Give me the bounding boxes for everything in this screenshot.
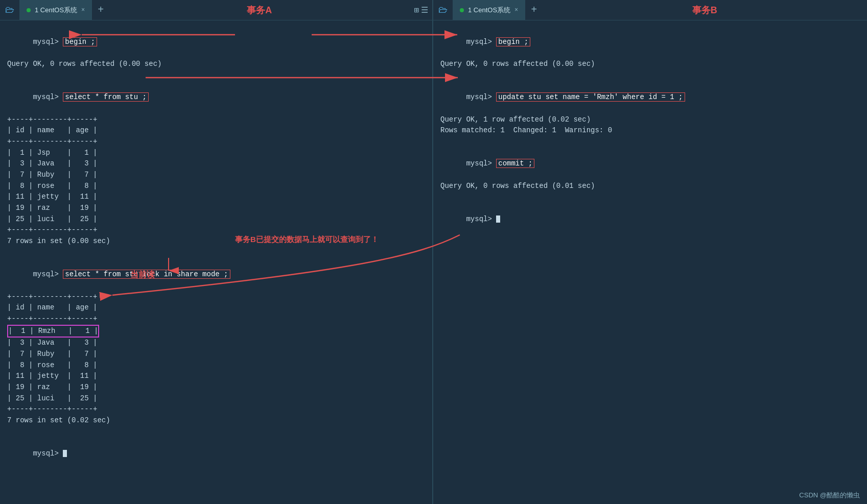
- left-folder-icon[interactable]: 🗁: [0, 5, 19, 15]
- right-prompt-1: mysql>: [466, 38, 496, 46]
- left-begin-cmd: begin ;: [63, 37, 97, 46]
- table1-row: +----+--------+-----+: [7, 114, 425, 126]
- current-read-annotation: 当前读: [130, 270, 155, 280]
- table2-row: | 3 | Java | 3 |: [7, 338, 425, 349]
- table1-row: | 25 | luci | 25 |: [7, 214, 425, 225]
- right-prompt-2: mysql>: [466, 93, 496, 101]
- right-update-cmd: update stu set name = 'Rmzh' where id = …: [496, 92, 685, 102]
- table2-row: +----+--------+-----+: [7, 404, 425, 415]
- right-tab[interactable]: 1 CentOS系统 ×: [453, 0, 526, 20]
- right-begin-result: Query OK, 0 rows affected (0.00 sec): [440, 59, 860, 70]
- tab-bar-right: 🗁 1 CentOS系统 × + 事务B: [433, 0, 867, 20]
- right-tab-close[interactable]: ×: [514, 7, 518, 14]
- right-tab-dot: [460, 8, 464, 12]
- left-table2: +----+--------+-----+| id | name | age |…: [7, 292, 425, 416]
- table1-row: | 7 | Ruby | 7 |: [7, 170, 425, 181]
- table1-row: +----+--------+-----+: [7, 225, 425, 236]
- table1-row: | 19 | raz | 19 |: [7, 203, 425, 214]
- left-terminal-panel[interactable]: mysql> begin ; Query OK, 0 rows affected…: [0, 20, 433, 504]
- left-prompt-2: mysql>: [33, 93, 63, 101]
- left-select-lock-line: mysql> select * from stu lock in share m…: [7, 258, 425, 291]
- right-commit-line: mysql> commit ;: [440, 148, 860, 181]
- left-prompt-3: mysql>: [33, 270, 63, 278]
- table2-row: | 7 | Ruby | 7 |: [7, 349, 425, 360]
- right-begin-line: mysql> begin ;: [440, 26, 860, 59]
- right-tab-add[interactable]: +: [526, 4, 542, 16]
- tab-bar: 🗁 1 CentOS系统 × + 事务A ⊞ ☰ 🗁 1 CentOS系统 × …: [0, 0, 867, 20]
- right-section-title: 事务B: [542, 4, 867, 16]
- left-final-prompt: mysql>: [33, 449, 63, 458]
- left-table1: +----+--------+-----+| id | name | age |…: [7, 114, 425, 236]
- table2-row: | 11 | jetty | 11 |: [7, 371, 425, 382]
- tab-grid-icons: ⊞ ☰: [410, 5, 432, 15]
- left-begin-line: mysql> begin ;: [7, 26, 425, 59]
- table1-row: | 8 | rose | 8 |: [7, 181, 425, 192]
- left-rowcount2: 7 rows in set (0.02 sec): [7, 415, 425, 426]
- left-cursor: [63, 450, 67, 457]
- right-last-prompt: mysql>: [440, 203, 860, 236]
- left-prompt-1: mysql>: [33, 38, 63, 46]
- right-update-result1: Query OK, 1 row affected (0.02 sec): [440, 114, 860, 126]
- commit-note-annotation: 事务B已提交的数据马上就可以查询到了！: [235, 235, 379, 245]
- right-prompt-3: mysql>: [466, 159, 496, 167]
- table1-row: | 1 | Jsp | 1 |: [7, 148, 425, 159]
- right-folder-icon[interactable]: 🗁: [433, 5, 453, 15]
- tab-bar-left: 🗁 1 CentOS系统 × + 事务A ⊞ ☰: [0, 0, 433, 20]
- left-tab[interactable]: 1 CentOS系统 ×: [19, 0, 92, 20]
- left-begin-result: Query OK, 0 rows affected (0.00 sec): [7, 59, 425, 70]
- right-final-prompt: mysql>: [466, 215, 496, 223]
- left-tab-dot: [27, 8, 31, 12]
- table2-row: | 8 | rose | 8 |: [7, 360, 425, 371]
- right-terminal-panel[interactable]: mysql> begin ; Query OK, 0 rows affected…: [433, 20, 867, 504]
- left-tab-label: 1 CentOS系统: [35, 6, 77, 15]
- left-last-prompt: mysql>: [7, 437, 425, 470]
- table1-row: | 11 | jetty | 11 |: [7, 191, 425, 203]
- grid-icon-1: ⊞: [414, 5, 419, 15]
- left-select-cmd: select * from stu ;: [63, 92, 149, 102]
- table2-header-row: | id | name | age |: [7, 302, 425, 314]
- table2-row: | 19 | raz | 19 |: [7, 382, 425, 393]
- table2-highlight-row: | 1 | Rmzh | 1 |: [7, 325, 99, 338]
- table1-row: | 3 | Java | 3 |: [7, 158, 425, 170]
- right-update-line: mysql> update stu set name = 'Rmzh' wher…: [440, 81, 860, 114]
- right-tab-label: 1 CentOS系统: [468, 6, 510, 15]
- right-commit-cmd: commit ;: [496, 159, 534, 168]
- right-begin-cmd: begin ;: [496, 37, 530, 46]
- left-select-line: mysql> select * from stu ;: [7, 81, 425, 114]
- main-content: mysql> begin ; Query OK, 0 rows affected…: [0, 20, 867, 504]
- table2-header-row: +----+--------+-----+: [7, 314, 425, 325]
- table1-row: | id | name | age |: [7, 125, 425, 136]
- table1-row: +----+--------+-----+: [7, 136, 425, 148]
- table2-header-row: +----+--------+-----+: [7, 292, 425, 303]
- right-update-result2: Rows matched: 1 Changed: 1 Warnings: 0: [440, 125, 860, 136]
- left-tab-close[interactable]: ×: [81, 7, 85, 14]
- table2-row: | 25 | luci | 25 |: [7, 393, 425, 404]
- right-commit-result: Query OK, 0 rows affected (0.01 sec): [440, 181, 860, 192]
- watermark: CSDN @酷酷的懒虫: [799, 491, 860, 500]
- left-section-title: 事务A: [109, 4, 410, 16]
- right-cursor: [496, 215, 500, 223]
- left-tab-add[interactable]: +: [92, 4, 109, 16]
- grid-icon-2: ☰: [421, 5, 428, 15]
